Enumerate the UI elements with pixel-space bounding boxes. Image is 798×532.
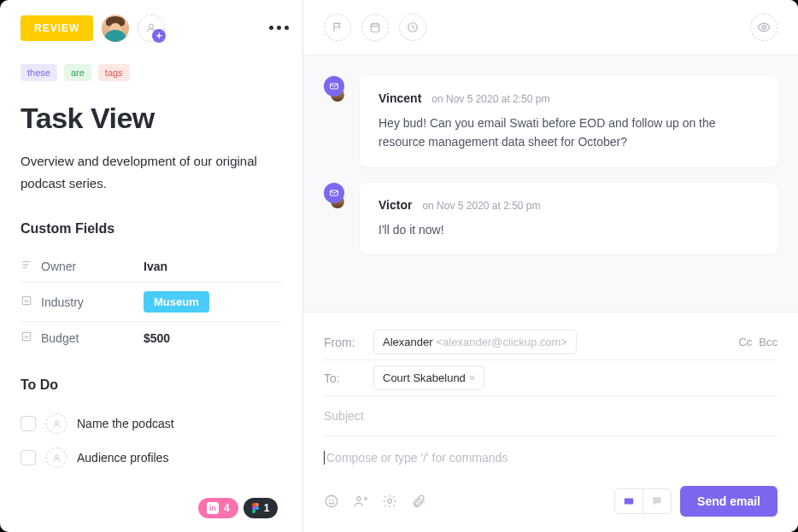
- email-icon: [324, 183, 344, 203]
- figma-count: 1: [264, 502, 270, 514]
- todo-item-label[interactable]: Name the podcast: [77, 417, 174, 430]
- send-email-button[interactable]: Send email: [680, 486, 777, 517]
- svg-point-17: [329, 500, 330, 500]
- invision-icon: in: [207, 502, 219, 514]
- email-icon: [324, 76, 344, 96]
- plus-icon: +: [152, 29, 166, 43]
- message-card[interactable]: Vincent on Nov 5 2020 at 2:50 pm Hey bud…: [360, 76, 777, 167]
- invision-pill[interactable]: in 4: [198, 498, 238, 518]
- todo-heading: To Do: [21, 377, 282, 393]
- to-chip[interactable]: Court Skabelund ×: [373, 365, 484, 390]
- svg-rect-5: [22, 332, 30, 340]
- assignee-avatar[interactable]: [102, 15, 129, 42]
- from-chip[interactable]: Alexander <alexander@clickup.com>: [373, 330, 577, 354]
- tag-item[interactable]: are: [64, 64, 91, 81]
- comment-mode-button[interactable]: [643, 489, 671, 513]
- flag-button[interactable]: [324, 14, 351, 41]
- figma-icon: [252, 503, 259, 513]
- industry-value[interactable]: Museum: [144, 291, 209, 313]
- todo-item-label[interactable]: Audience profiles: [77, 451, 168, 465]
- todo-checkbox[interactable]: [21, 450, 36, 465]
- invision-count: 4: [224, 502, 230, 514]
- cc-button[interactable]: Cc: [738, 336, 752, 348]
- figma-pill[interactable]: 1: [244, 498, 279, 518]
- to-label: To:: [324, 371, 361, 385]
- svg-point-18: [333, 500, 334, 500]
- message-card[interactable]: Victor on Nov 5 2020 at 2:50 pm I'll do …: [360, 183, 777, 254]
- status-badge[interactable]: REVIEW: [21, 15, 93, 41]
- tag-item[interactable]: these: [21, 64, 57, 81]
- emoji-icon[interactable]: [324, 494, 339, 509]
- svg-point-13: [762, 26, 766, 29]
- attachment-icon[interactable]: [411, 494, 426, 509]
- custom-fields-heading: Custom Fields: [21, 221, 282, 237]
- more-options-button[interactable]: [269, 26, 289, 30]
- bcc-button[interactable]: Bcc: [759, 336, 777, 348]
- from-name: Alexander: [383, 336, 433, 348]
- message-body: Hey bud! Can you email Swati before EOD …: [378, 114, 759, 152]
- svg-rect-8: [371, 24, 378, 32]
- compose-editor[interactable]: Compose or type '/' for commands: [324, 451, 508, 465]
- svg-rect-4: [22, 296, 30, 304]
- watch-button[interactable]: [750, 14, 777, 41]
- task-description[interactable]: Overview and development of our original…: [21, 150, 282, 194]
- assign-user-icon[interactable]: [46, 413, 67, 434]
- svg-point-22: [388, 500, 392, 504]
- from-email: <alexander@clickup.com>: [437, 336, 567, 348]
- remove-recipient-icon[interactable]: ×: [469, 371, 476, 384]
- message-time: on Nov 5 2020 at 2:50 pm: [422, 200, 540, 212]
- message-author: Victor: [378, 198, 412, 212]
- budget-label: Budget: [41, 322, 144, 354]
- time-button[interactable]: [399, 14, 426, 41]
- email-mode-button[interactable]: [615, 489, 643, 513]
- budget-value[interactable]: $500: [144, 322, 282, 354]
- to-name: Court Skabelund: [383, 371, 466, 384]
- message-time: on Nov 5 2020 at 2:50 pm: [431, 93, 549, 105]
- mention-icon[interactable]: [353, 494, 368, 509]
- assign-user-icon[interactable]: [46, 447, 67, 468]
- add-assignee-button[interactable]: +: [138, 15, 165, 42]
- svg-point-0: [150, 24, 154, 28]
- svg-rect-23: [625, 499, 634, 505]
- date-button[interactable]: [361, 14, 389, 41]
- settings-icon[interactable]: [382, 494, 397, 509]
- tag-item[interactable]: tags: [98, 64, 130, 81]
- todo-checkbox[interactable]: [21, 416, 36, 431]
- owner-label: Owner: [41, 250, 144, 283]
- from-label: From:: [324, 336, 361, 349]
- svg-point-6: [55, 420, 58, 424]
- message-author: Vincent: [378, 91, 421, 105]
- svg-point-7: [55, 454, 58, 458]
- svg-point-16: [326, 495, 337, 507]
- industry-label: Industry: [41, 283, 144, 322]
- svg-point-19: [357, 497, 361, 501]
- task-title[interactable]: Task View: [21, 102, 282, 135]
- owner-value[interactable]: Ivan: [144, 250, 282, 283]
- message-body: I'll do it now!: [378, 220, 759, 239]
- subject-input[interactable]: [324, 409, 777, 423]
